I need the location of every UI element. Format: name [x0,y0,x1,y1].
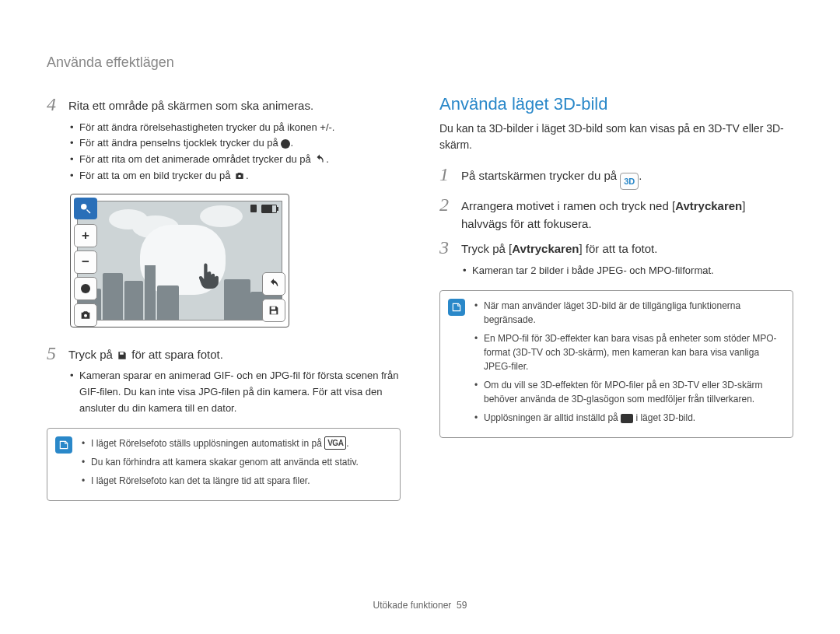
svg-rect-6 [120,352,124,355]
step-text: Arrangera motivet i ramen och tryck ned … [461,194,793,233]
bullet: Kameran tar 2 bilder i både JPEG- och MP… [463,263,793,279]
brush-button[interactable] [74,277,97,300]
section-heading: Använda läget 3D-bild [439,94,793,114]
minus-button[interactable]: − [74,250,97,274]
footer-section: Utökade funktioner [373,600,452,611]
battery-icon [261,205,277,213]
3d-mode-icon: 3D [620,173,639,190]
note-item: Du kan förhindra att kamera skakar genom… [82,455,389,469]
note-item: När man använder läget 3D-bild är de til… [474,299,782,327]
step-number: 4 [47,94,61,114]
svg-point-0 [238,175,241,178]
bullet: För att ta om en bild trycker du på . [70,168,401,184]
step-number: 5 [47,343,61,363]
save-button[interactable] [262,299,285,322]
note-item: I läget Rörelsefoto kan det ta längre ti… [82,474,389,488]
step-number: 2 [439,194,453,215]
touch-gesture-icon [191,256,226,292]
step-1: 1 På startskärmen trycker du på 3D. [439,164,793,190]
svg-rect-5 [271,310,277,313]
sd-icon [249,205,258,212]
svg-point-3 [84,313,87,317]
undo-button[interactable] [262,272,285,296]
page-footer: Utökade funktioner 59 [47,584,793,611]
mode-icon[interactable] [74,198,97,219]
note-item: I läget Rörelsefoto ställs upplösningen … [82,436,389,450]
left-column: 4 Rita ett område på skärmen som ska ani… [47,94,401,584]
bullet: För att rita om det animerade området tr… [70,152,401,168]
resolution-icon [621,414,633,423]
camera-icon [233,170,246,181]
step-text: På startskärmen trycker du på 3D. [461,164,642,190]
step-4-bullets: För att ändra rörelsehastigheten trycker… [47,120,401,184]
note-box-right: När man använder läget 3D-bild är de til… [439,290,793,438]
bullet: Kameran sparar en animerad GIF- och en J… [70,368,401,416]
svg-rect-4 [271,306,275,309]
step-text: Tryck på för att spara fotot. [68,343,223,364]
step-4: 4 Rita ett område på skärmen som ska ani… [47,94,401,115]
right-column: Använda läget 3D-bild Du kan ta 3D-bilde… [439,94,793,584]
step-text: Tryck på [Avtryckaren] för att ta fotot. [461,237,657,258]
step-number: 3 [439,237,453,257]
retake-button[interactable] [74,303,97,327]
step-5-bullets: Kameran sparar en animerad GIF- och en J… [47,368,401,416]
plus-button[interactable]: + [74,224,97,247]
note-icon [448,299,465,316]
note-item: Om du vill se 3D-effekten för MPO-filer … [474,378,782,406]
step-number: 1 [439,164,453,184]
vga-badge: VGA [324,436,346,450]
note-icon [55,436,72,454]
undo-icon [313,154,326,165]
bullet: För att ändra rörelsehastigheten trycker… [70,120,401,136]
step-3: 3 Tryck på [Avtryckaren] för att ta foto… [439,237,793,258]
step-2: 2 Arrangera motivet i ramen och tryck ne… [439,194,793,233]
note-item: Upplösningen är alltid inställd på i läg… [474,411,782,425]
footer-page: 59 [457,600,467,611]
note-item: En MPO-fil för 3D-effekter kan bara visa… [474,331,782,373]
step-3-bullets: Kameran tar 2 bilder i både JPEG- och MP… [439,263,793,279]
section-intro: Du kan ta 3D-bilder i läget 3D-bild som … [439,121,793,153]
bullet: För att ändra penselns tjocklek trycker … [70,135,401,152]
svg-point-2 [81,204,87,210]
svg-rect-1 [250,205,257,212]
save-icon [116,350,128,361]
breadcrumb: Använda effektlägen [47,54,793,71]
step-text: Rita ett område på skärmen som ska anime… [68,94,313,115]
status-bar [249,205,277,213]
note-box-left: I läget Rörelsefoto ställs upplösningen … [47,428,401,501]
motion-photo-illustration: + − [70,194,289,328]
brush-dot-icon [281,139,290,149]
step-5: 5 Tryck på för att spara fotot. [47,343,401,364]
